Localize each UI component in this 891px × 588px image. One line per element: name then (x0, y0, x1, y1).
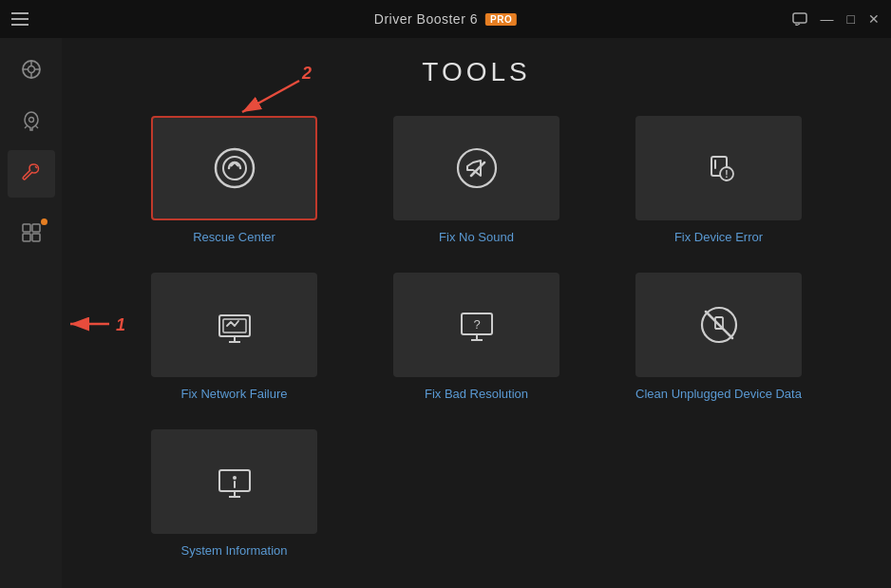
app-name: Driver Booster 6 (374, 11, 478, 27)
clean-icon (694, 300, 744, 350)
clean-unplugged-label: Clean Unplugged Device Data (635, 387, 802, 401)
content-area: TOOLS Rescue Center (62, 38, 891, 588)
clean-unplugged-icon-box (635, 273, 802, 377)
sidebar (0, 38, 62, 588)
system-info-icon-box (151, 429, 317, 534)
svg-rect-11 (23, 234, 30, 241)
sidebar-item-scan[interactable] (8, 99, 55, 146)
tool-rescue-center[interactable]: Rescue Center (151, 116, 317, 244)
main-layout: TOOLS Rescue Center (0, 38, 891, 588)
fix-network-failure-label: Fix Network Failure (181, 387, 288, 401)
rocket-icon (21, 110, 42, 136)
svg-line-8 (35, 166, 37, 168)
svg-point-2 (28, 66, 34, 72)
sidebar-item-apps[interactable] (8, 211, 55, 258)
system-info-label: System Information (181, 543, 288, 558)
fix-no-sound-icon-box (393, 116, 559, 220)
tool-clean-unplugged[interactable]: Clean Unplugged Device Data (635, 273, 802, 401)
rescue-icon (210, 143, 259, 193)
svg-text:?: ? (473, 317, 480, 332)
sound-icon (452, 143, 502, 193)
svg-rect-9 (23, 224, 30, 232)
device-error-icon: ! (694, 143, 744, 193)
svg-line-30 (706, 312, 732, 338)
rescue-center-icon-box (151, 116, 317, 220)
svg-text:!: ! (725, 169, 728, 180)
svg-point-36 (233, 476, 237, 480)
fix-device-error-icon-box: ! (635, 116, 802, 220)
svg-rect-12 (32, 234, 40, 241)
sidebar-item-tools[interactable] (8, 150, 55, 198)
rescue-center-label: Rescue Center (193, 230, 275, 244)
menu-button[interactable] (11, 12, 28, 26)
chat-button[interactable] (792, 12, 807, 26)
fix-device-error-label: Fix Device Error (674, 230, 763, 244)
svg-rect-10 (32, 224, 40, 232)
svg-rect-0 (793, 13, 806, 23)
restore-button[interactable]: □ (847, 11, 855, 27)
svg-point-7 (28, 117, 33, 122)
close-button[interactable]: ✕ (868, 11, 880, 27)
resolution-icon: ? (452, 300, 502, 350)
svg-point-13 (216, 149, 254, 187)
network-icon (210, 300, 259, 350)
fix-no-sound-label: Fix No Sound (439, 230, 514, 244)
tool-fix-bad-resolution[interactable]: ? Fix Bad Resolution (393, 273, 559, 401)
svg-point-14 (223, 157, 246, 180)
titlebar: Driver Booster 6 PRO — □ ✕ (0, 0, 891, 38)
titlebar-right: — □ ✕ (792, 11, 880, 27)
tool-fix-no-sound[interactable]: Fix No Sound (393, 116, 559, 244)
svg-point-15 (458, 149, 496, 187)
notification-dot (41, 218, 47, 225)
fix-network-failure-icon-box (151, 273, 317, 377)
tools-grid: Rescue Center Fix No Sound (100, 116, 853, 558)
tool-fix-network-failure[interactable]: Fix Network Failure (151, 273, 317, 401)
titlebar-left (11, 12, 28, 26)
page-title: TOOLS (100, 57, 853, 87)
tool-fix-device-error[interactable]: ! Fix Device Error (635, 116, 802, 244)
titlebar-center: Driver Booster 6 PRO (374, 11, 517, 27)
fix-bad-resolution-label: Fix Bad Resolution (425, 387, 528, 401)
system-info-icon (210, 457, 259, 506)
pro-badge: PRO (485, 13, 517, 26)
apps-icon (21, 222, 42, 248)
minimize-button[interactable]: — (821, 11, 834, 27)
fix-bad-resolution-icon-box: ? (393, 273, 559, 377)
tool-system-info[interactable]: System Information (151, 429, 317, 558)
home-icon (21, 59, 42, 85)
sidebar-item-home[interactable] (8, 47, 55, 95)
tools-icon (21, 161, 42, 187)
